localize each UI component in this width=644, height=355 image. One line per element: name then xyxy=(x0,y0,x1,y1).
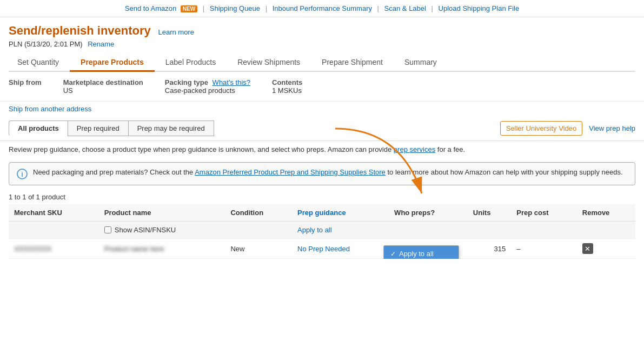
page-title: Send/replenish inventory xyxy=(9,24,151,37)
page-header: Send/replenish inventory Learn more PLN … xyxy=(0,17,644,72)
remove-product-button[interactable]: ✕ xyxy=(582,243,593,254)
scan-label-link[interactable]: Scan & Label xyxy=(384,4,426,12)
dropdown-option-apply-to-all[interactable]: ✓ Apply to all xyxy=(384,246,459,259)
show-asin-label[interactable]: Show ASIN/FNSKU xyxy=(104,226,220,234)
ship-from-another-link[interactable]: Ship from another address xyxy=(0,102,644,116)
col-prep-guidance: Prep guidance xyxy=(292,204,389,222)
ship-from-info: Ship from xyxy=(9,78,42,95)
col-condition: Condition xyxy=(225,204,292,222)
shipment-info: Ship from Marketplace destination US Pac… xyxy=(0,72,644,102)
filter-tabs: All products Prep required Prep may be r… xyxy=(0,116,644,141)
contents-info: Contents 1 MSKUs xyxy=(272,78,302,95)
tab-label-products[interactable]: Label Products xyxy=(155,53,227,71)
info-box: i Need packaging and prep materials? Che… xyxy=(9,162,635,185)
marketplace-destination-info: Marketplace destination US xyxy=(63,78,143,95)
product-table-wrapper: Merchant SKU Product name Condition Prep… xyxy=(0,204,644,259)
learn-more-link[interactable]: Learn more xyxy=(158,28,194,36)
inbound-performance-link[interactable]: Inbound Performance Summary xyxy=(273,4,372,12)
whats-this-link[interactable]: What's this? xyxy=(213,78,250,86)
col-who-preps: Who preps? xyxy=(389,204,468,222)
tab-review-shipments[interactable]: Review Shipments xyxy=(227,53,311,71)
send-to-amazon-link[interactable]: Send to Amazon xyxy=(125,4,176,12)
top-navigation: Send to Amazon NEW | Shipping Queue | In… xyxy=(0,0,644,17)
filter-prep-may-be-required[interactable]: Prep may be required xyxy=(128,120,214,136)
info-icon: i xyxy=(17,169,28,179)
show-asin-checkbox[interactable] xyxy=(104,226,111,233)
upload-shipping-plan-link[interactable]: Upload Shipping Plan File xyxy=(439,4,520,12)
product-table: Merchant SKU Product name Condition Prep… xyxy=(9,204,635,259)
col-product-name: Product name xyxy=(99,204,225,222)
filter-actions: Seller University Video View prep help xyxy=(500,121,635,136)
filter-all-products[interactable]: All products xyxy=(9,120,68,136)
prep-services-link[interactable]: prep services xyxy=(394,145,435,153)
col-remove: Remove xyxy=(577,204,635,222)
tab-summary[interactable]: Summary xyxy=(394,53,448,71)
table-header-row: Merchant SKU Product name Condition Prep… xyxy=(9,204,635,222)
packing-type-info: Packing type What's this? Case-packed pr… xyxy=(165,78,250,95)
step-tabs: Set Quantity Prepare Products Label Prod… xyxy=(9,53,635,72)
supplies-store-link[interactable]: Amazon Preferred Product Prep and Shippi… xyxy=(195,168,386,176)
shipping-queue-link[interactable]: Shipping Queue xyxy=(210,4,260,12)
tab-set-quantity[interactable]: Set Quantity xyxy=(17,53,70,71)
guidance-text: Review prep guidance, choose a product t… xyxy=(0,141,644,158)
info-box-text: Need packaging and prep materials? Check… xyxy=(33,168,623,176)
rename-link[interactable]: Rename xyxy=(88,40,114,48)
table-row: XXXXXXXX Product name here New No Prep N… xyxy=(9,239,635,259)
col-units: Units xyxy=(468,204,511,222)
show-asin-row: Show ASIN/FNSKU Apply to all ✓ Apply to … xyxy=(9,222,635,239)
view-prep-help-link[interactable]: View prep help xyxy=(589,124,635,132)
col-prep-cost: Prep cost xyxy=(511,204,576,222)
tab-prepare-products[interactable]: Prepare Products xyxy=(70,53,155,71)
apply-to-all-link[interactable]: Apply to all xyxy=(297,226,332,234)
new-badge: NEW xyxy=(181,5,197,12)
dropdown-menu: ✓ Apply to all Amazon Merchant xyxy=(383,245,459,259)
product-count: 1 to 1 of 1 product xyxy=(0,190,644,204)
filter-prep-required[interactable]: Prep required xyxy=(68,120,128,136)
col-merchant-sku: Merchant SKU xyxy=(9,204,99,222)
plan-info: PLN (5/13/20, 2:01 PM) Rename xyxy=(9,40,635,48)
tab-prepare-shipment[interactable]: Prepare Shipment xyxy=(311,53,394,71)
seller-university-video-button[interactable]: Seller University Video xyxy=(500,121,583,136)
